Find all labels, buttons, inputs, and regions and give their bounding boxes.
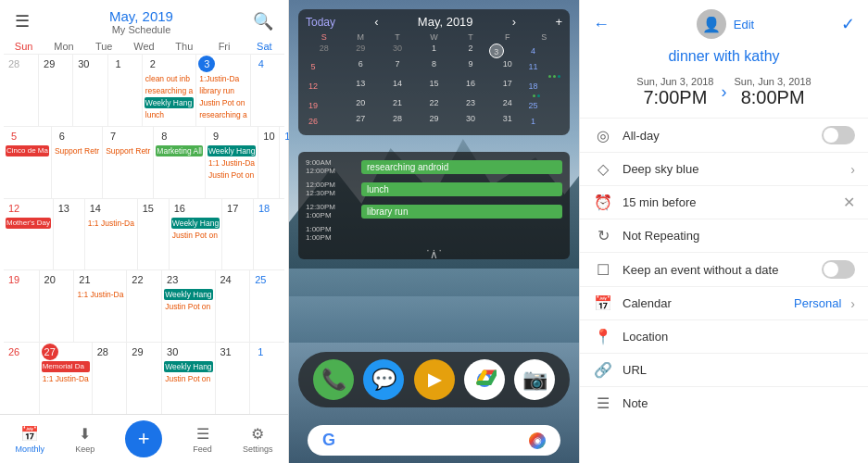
calendar-week-3: 12 Mother's Day 13 14 1:1 Justin-Da 15 1… bbox=[4, 198, 284, 270]
note-row[interactable]: ☰ Note bbox=[580, 386, 868, 419]
scroll-up-indicator[interactable]: ∧ bbox=[430, 248, 438, 261]
mini-week-4: 19 2021 2223 24 25 bbox=[306, 98, 562, 113]
cal-cell[interactable]: 7 Support Retr bbox=[102, 127, 153, 198]
event-detail-header: ← 👤 Edit ✓ bbox=[580, 0, 868, 44]
nav-settings[interactable]: ⚙ Settings bbox=[243, 425, 273, 454]
menu-icon[interactable]: ☰ bbox=[11, 7, 33, 35]
allday-row: ◎ All-day bbox=[580, 118, 868, 152]
search-icon[interactable]: 🔍 bbox=[249, 7, 277, 35]
cal-cell[interactable]: 8 Marketing All bbox=[153, 127, 205, 198]
cal-cell[interactable]: 28 bbox=[92, 343, 127, 414]
camera-app-icon[interactable]: 📷 bbox=[514, 359, 555, 400]
repeat-label: Not Repeating bbox=[623, 229, 855, 243]
cal-event: Justin Pot on bbox=[171, 230, 220, 241]
cal-cell[interactable]: 28 bbox=[4, 55, 38, 126]
reminder-row: ⏰ 15 min before ✕ bbox=[580, 185, 868, 219]
confirm-button[interactable]: ✓ bbox=[841, 14, 855, 34]
nav-monthly[interactable]: 📅 Monthly bbox=[16, 425, 45, 454]
phone-app-icon[interactable]: 📞 bbox=[313, 359, 354, 400]
color-arrow: › bbox=[850, 162, 855, 177]
cal-cell[interactable]: 31 bbox=[215, 343, 250, 414]
color-row[interactable]: ◇ Deep sky blue › bbox=[580, 152, 868, 185]
cal-cell[interactable]: 1 bbox=[249, 343, 284, 414]
cal-cell[interactable]: 16 Weekly Hang Justin Pot on bbox=[169, 199, 221, 270]
cal-cell[interactable]: 25 bbox=[249, 270, 284, 342]
cal-cell[interactable]: 3 1:Justin-Da library run Justin Pot on … bbox=[195, 55, 250, 126]
calendar-row[interactable]: 📅 Calendar Personal › bbox=[580, 286, 868, 319]
mini-today-label: Today bbox=[306, 16, 335, 29]
event-dot bbox=[558, 75, 560, 78]
dow-thu: Thu bbox=[164, 41, 204, 52]
event-label-2: lunch bbox=[361, 182, 562, 196]
cal-cell[interactable]: 29 bbox=[38, 55, 72, 126]
cal-cell[interactable]: 9 Weekly Hang 1:1 Justin-Da Justin Pot o… bbox=[205, 127, 258, 198]
calendar-week-2: 5 Cinco de Ma 6 Support Retr 7 Support R… bbox=[4, 126, 284, 198]
cal-cell[interactable]: 5 Cinco de Ma bbox=[4, 127, 51, 198]
voice-search-icon[interactable]: ◉ bbox=[529, 432, 546, 449]
mini-cal-nav-next[interactable]: › bbox=[512, 15, 516, 29]
keep-icon: ⬇ bbox=[79, 425, 91, 443]
cal-cell[interactable]: 12 Mother's Day bbox=[4, 199, 53, 270]
edit-button[interactable]: Edit bbox=[734, 18, 754, 31]
allday-icon: ◎ bbox=[593, 127, 613, 144]
dow-wed: Wed bbox=[124, 41, 164, 52]
cal-cell[interactable]: 13 bbox=[53, 199, 84, 270]
cal-event: Support Retr bbox=[105, 145, 151, 156]
phone-widget-panel: Today ‹ May, 2019 › + SMT WTF S 28 29 30… bbox=[289, 0, 579, 463]
messages-app-icon[interactable]: 💬 bbox=[363, 359, 404, 400]
cal-cell[interactable]: 18 bbox=[253, 199, 284, 270]
nav-feed[interactable]: ☰ Feed bbox=[193, 425, 212, 454]
cal-cell[interactable]: 2 clean out inb researching a Weekly Han… bbox=[142, 55, 196, 126]
location-row[interactable]: 📍 Location bbox=[580, 319, 868, 353]
color-label: Deep sky blue bbox=[623, 162, 841, 176]
mini-cal-nav-prev[interactable]: ‹ bbox=[374, 15, 378, 29]
google-search-bar[interactable]: G ◉ bbox=[308, 425, 560, 456]
nodate-toggle[interactable] bbox=[822, 260, 855, 279]
mini-cal-add[interactable]: + bbox=[555, 15, 562, 29]
nodate-row: ☐ Keep an event without a date bbox=[580, 252, 868, 286]
url-row[interactable]: 🔗 URL bbox=[580, 353, 868, 386]
mini-week-5: 26 2728 2930 31 1 bbox=[306, 114, 562, 129]
event-time-1: 9:00AM 12:00PM bbox=[306, 158, 361, 175]
cal-cell[interactable]: 10 bbox=[258, 127, 279, 198]
cal-event: Mother's Day bbox=[6, 218, 51, 229]
remove-reminder-button[interactable]: ✕ bbox=[843, 194, 855, 211]
cal-event: Cinco de Ma bbox=[6, 145, 49, 156]
cal-event: Weekly Hang bbox=[171, 218, 220, 229]
plex-app-icon[interactable]: ▶ bbox=[414, 359, 455, 400]
nav-keep[interactable]: ⬇ Keep bbox=[75, 425, 94, 454]
cal-cell[interactable]: 29 bbox=[126, 343, 161, 414]
cal-cell[interactable]: 30 bbox=[72, 55, 107, 126]
calendar-week-1: 28 29 30 1 2 clean out inb researching a… bbox=[4, 54, 284, 126]
back-button[interactable]: ← bbox=[593, 15, 610, 34]
event-dot bbox=[537, 94, 540, 97]
cal-cell[interactable]: 14 1:1 Justin-Da bbox=[84, 199, 137, 270]
cal-cell[interactable]: 27 Memorial Da 1:1 Justin-Da bbox=[39, 343, 92, 414]
cal-cell[interactable]: 30 Weekly Hang Justin Pot on bbox=[161, 343, 214, 414]
start-date: Sun, Jun 3, 2018 bbox=[636, 76, 713, 87]
event-time-4: 1:00PM 1:00PM bbox=[306, 225, 361, 242]
cal-cell[interactable]: 20 bbox=[39, 270, 74, 342]
add-event-button[interactable]: + bbox=[125, 420, 162, 457]
nodate-label: Keep an event without a date bbox=[623, 263, 812, 277]
cal-cell[interactable]: 15 bbox=[137, 199, 169, 270]
google-logo: G bbox=[322, 431, 335, 450]
event-title: dinner with kathy bbox=[580, 44, 868, 72]
cal-cell[interactable]: 23 Weekly Hang Justin Pot on bbox=[161, 270, 214, 342]
cal-cell[interactable]: 26 bbox=[4, 343, 39, 414]
cal-cell[interactable]: 21 1:1 Justin-Da bbox=[73, 270, 126, 342]
end-time-block: Sun, Jun 3, 2018 8:00PM bbox=[735, 76, 811, 108]
dow-tue: Tue bbox=[84, 41, 124, 52]
cal-cell[interactable]: 6 Support Retr bbox=[51, 127, 102, 198]
chrome-app-icon[interactable] bbox=[464, 359, 505, 400]
cal-cell[interactable]: 1 bbox=[107, 55, 142, 126]
mini-week-3: 12 1314 1516 17 18 bbox=[306, 79, 562, 94]
start-time: 7:00PM bbox=[636, 87, 713, 108]
allday-toggle[interactable] bbox=[822, 126, 855, 144]
cal-cell[interactable]: 24 bbox=[215, 270, 250, 342]
cal-cell[interactable]: 22 bbox=[126, 270, 161, 342]
start-time-block: Sun, Jun 3, 2018 7:00PM bbox=[636, 76, 713, 108]
cal-cell[interactable]: 17 bbox=[221, 199, 253, 270]
cal-cell[interactable]: 4 bbox=[250, 55, 284, 126]
cal-cell[interactable]: 19 bbox=[4, 270, 39, 342]
